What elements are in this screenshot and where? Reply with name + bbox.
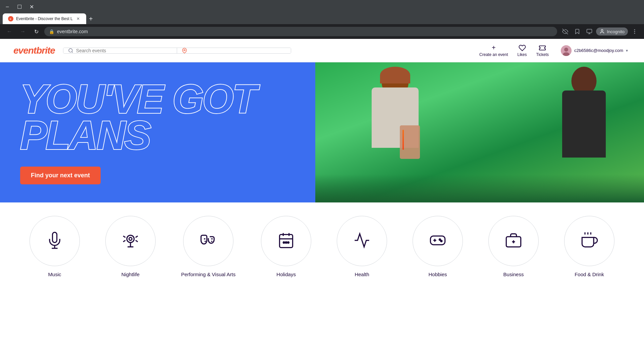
food-icon bbox=[581, 232, 598, 250]
category-label-health: Health bbox=[355, 272, 369, 277]
search-bar: Los Angeles bbox=[63, 48, 291, 54]
tab-title: Eventbrite - Discover the Best L bbox=[16, 16, 73, 21]
category-circle-health bbox=[337, 216, 387, 266]
user-menu[interactable]: c2b6586c@moodjoy.com ▾ bbox=[558, 44, 631, 57]
create-event-nav-item[interactable]: + Create an event bbox=[479, 44, 508, 57]
svg-point-10 bbox=[69, 49, 72, 52]
category-label-hobbies: Hobbies bbox=[429, 272, 447, 277]
nav-actions: + Create an event Likes Tickets c2b6586c… bbox=[479, 44, 631, 57]
svg-rect-25 bbox=[280, 235, 293, 248]
incognito-label: Incognito bbox=[607, 29, 625, 34]
page-header: eventbrite Los Angeles + Create an event… bbox=[0, 39, 644, 62]
svg-line-11 bbox=[72, 52, 73, 53]
tickets-nav-item[interactable]: Tickets bbox=[536, 44, 549, 57]
hero-headline: YOU'VE GOT PLANS bbox=[20, 81, 295, 153]
svg-text:e: e bbox=[10, 17, 11, 20]
close-button[interactable]: ✕ bbox=[27, 2, 36, 11]
svg-point-6 bbox=[601, 29, 603, 31]
logo[interactable]: eventbrite bbox=[13, 45, 55, 56]
categories-section: Music Nightlife Performing & Visual Arts… bbox=[0, 202, 644, 291]
category-circle-performing-visual-arts bbox=[183, 216, 233, 266]
svg-point-30 bbox=[285, 242, 287, 243]
find-event-button[interactable]: Find your next event bbox=[20, 167, 101, 184]
browser-titlebar: – ☐ ✕ bbox=[0, 0, 644, 13]
category-circle-business bbox=[488, 216, 539, 266]
bookmark-button[interactable] bbox=[572, 26, 583, 37]
address-bar[interactable]: 🔒 eventbrite.com bbox=[44, 27, 557, 36]
lock-icon: 🔒 bbox=[49, 29, 54, 34]
menu-button[interactable] bbox=[629, 26, 640, 37]
maximize-button[interactable]: ☐ bbox=[15, 2, 24, 11]
masks-icon bbox=[200, 232, 217, 250]
category-label-music: Music bbox=[48, 272, 61, 277]
category-item-hobbies[interactable]: Hobbies bbox=[413, 216, 463, 277]
category-circle-hobbies bbox=[413, 216, 463, 266]
page-content: eventbrite Los Angeles + Create an event… bbox=[0, 39, 644, 291]
minimize-button[interactable]: – bbox=[3, 2, 12, 11]
toolbar-right: Incognito bbox=[560, 26, 640, 37]
category-label-performing-visual-arts: Performing & Visual Arts bbox=[181, 272, 235, 277]
hero-right-panel bbox=[315, 62, 644, 202]
reload-button[interactable]: ↻ bbox=[31, 26, 42, 37]
svg-rect-3 bbox=[587, 29, 592, 33]
user-avatar bbox=[561, 45, 572, 56]
svg-point-14 bbox=[564, 48, 568, 52]
categories-grid: Music Nightlife Performing & Visual Arts… bbox=[20, 216, 624, 277]
category-label-business: Business bbox=[503, 272, 524, 277]
svg-rect-32 bbox=[430, 236, 445, 245]
svg-point-8 bbox=[634, 31, 635, 32]
svg-point-9 bbox=[634, 33, 635, 34]
mic-icon bbox=[46, 232, 63, 250]
new-tab-button[interactable]: + bbox=[86, 14, 96, 23]
search-input-wrap bbox=[63, 48, 177, 53]
category-label-food-drink: Food & Drink bbox=[575, 272, 604, 277]
tab-close-button[interactable]: ✕ bbox=[75, 16, 81, 21]
active-tab[interactable]: e Eventbrite - Discover the Best L ✕ bbox=[3, 13, 86, 24]
back-button[interactable]: ← bbox=[4, 26, 15, 37]
category-item-health[interactable]: Health bbox=[337, 216, 387, 277]
heart-icon bbox=[519, 44, 526, 52]
eye-off-button[interactable] bbox=[560, 26, 571, 37]
category-item-food-drink[interactable]: Food & Drink bbox=[564, 216, 614, 277]
profile-button[interactable] bbox=[584, 26, 595, 37]
plus-icon: + bbox=[492, 44, 496, 52]
tickets-label: Tickets bbox=[536, 52, 549, 57]
svg-point-7 bbox=[634, 29, 635, 30]
health-icon bbox=[353, 232, 371, 250]
search-input[interactable] bbox=[76, 48, 143, 53]
category-item-performing-visual-arts[interactable]: Performing & Visual Arts bbox=[181, 216, 235, 277]
category-circle-music bbox=[30, 216, 80, 266]
category-label-nightlife: Nightlife bbox=[121, 272, 140, 277]
svg-point-29 bbox=[283, 242, 284, 243]
svg-line-22 bbox=[136, 236, 138, 237]
likes-nav-item[interactable]: Likes bbox=[518, 44, 527, 57]
location-input-wrap: Los Angeles bbox=[177, 48, 291, 53]
category-item-music[interactable]: Music bbox=[30, 216, 80, 277]
calendar-icon bbox=[277, 232, 295, 250]
hero-banner: YOU'VE GOT PLANS Find your next event bbox=[0, 62, 644, 202]
create-event-label: Create an event bbox=[479, 52, 508, 57]
business-icon bbox=[505, 232, 522, 250]
svg-point-31 bbox=[287, 242, 289, 243]
disco-icon bbox=[122, 232, 139, 250]
address-bar-row: ← → ↻ 🔒 eventbrite.com Incognito bbox=[0, 24, 644, 39]
category-item-nightlife[interactable]: Nightlife bbox=[105, 216, 156, 277]
user-email: c2b6586c@moodjoy.com bbox=[574, 48, 623, 53]
hero-left-panel: YOU'VE GOT PLANS Find your next event bbox=[0, 62, 315, 202]
url-text: eventbrite.com bbox=[57, 29, 88, 34]
category-item-business[interactable]: Business bbox=[488, 216, 539, 277]
category-circle-nightlife bbox=[105, 216, 156, 266]
location-icon bbox=[182, 48, 187, 53]
svg-point-35 bbox=[439, 239, 440, 240]
svg-point-36 bbox=[441, 240, 442, 242]
location-input[interactable]: Los Angeles bbox=[190, 48, 237, 53]
browser-chrome: – ☐ ✕ e Eventbrite - Discover the Best L… bbox=[0, 0, 644, 39]
category-label-holidays: Holidays bbox=[276, 272, 296, 277]
category-item-holidays[interactable]: Holidays bbox=[261, 216, 311, 277]
forward-button[interactable]: → bbox=[17, 26, 28, 37]
incognito-badge[interactable]: Incognito bbox=[596, 27, 628, 36]
gamepad-icon bbox=[429, 232, 446, 250]
likes-label: Likes bbox=[518, 52, 527, 57]
category-circle-food-drink bbox=[564, 216, 614, 266]
svg-point-18 bbox=[127, 235, 134, 243]
